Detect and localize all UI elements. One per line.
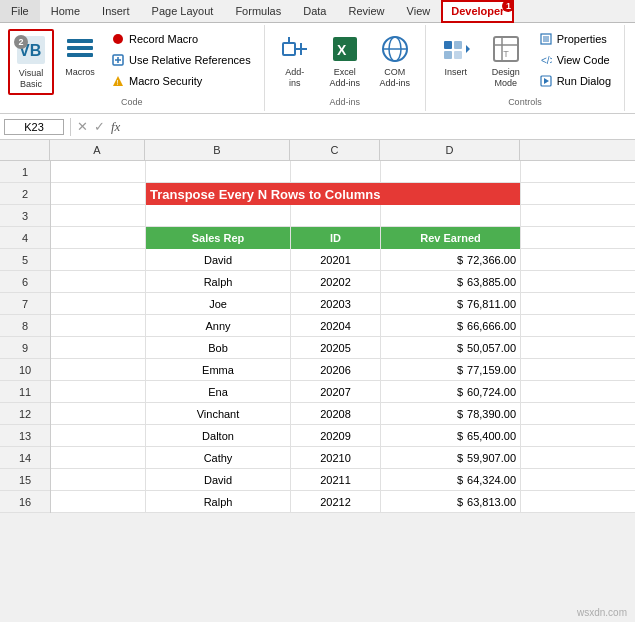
cell-10a[interactable] — [51, 359, 146, 381]
tab-page-layout[interactable]: Page Layout — [141, 0, 225, 22]
design-mode-button[interactable]: T Design Mode — [484, 29, 528, 93]
macro-security-button[interactable]: ! Macro Security — [106, 71, 256, 91]
cell-11d[interactable]: $60,724.00 — [381, 381, 521, 403]
tab-home[interactable]: Home — [40, 0, 91, 22]
tab-formulas[interactable]: Formulas — [224, 0, 292, 22]
excel-addins-button[interactable]: X Excel Add-ins — [323, 29, 367, 93]
col-header-a: A — [50, 140, 145, 160]
cell-5c[interactable]: 20201 — [291, 249, 381, 271]
tab-developer[interactable]: 1 Developer — [441, 0, 514, 23]
cell-3c[interactable] — [291, 205, 381, 227]
cell-15a[interactable] — [51, 469, 146, 491]
insert-button[interactable]: Insert — [434, 29, 478, 82]
cell-12c[interactable]: 20208 — [291, 403, 381, 425]
cell-3b[interactable] — [146, 205, 291, 227]
cell-5d[interactable]: $72,366.00 — [381, 249, 521, 271]
tab-insert[interactable]: Insert — [91, 0, 141, 22]
cell-12b[interactable]: Vinchant — [146, 403, 291, 425]
cell-13d[interactable]: $65,400.00 — [381, 425, 521, 447]
tab-file[interactable]: File — [0, 0, 40, 22]
cell-1b[interactable] — [146, 161, 291, 183]
confirm-formula-icon[interactable]: ✓ — [94, 119, 105, 135]
header-id[interactable]: ID — [291, 227, 381, 249]
cell-16c[interactable]: 20212 — [291, 491, 381, 513]
insert-function-icon[interactable]: fx — [111, 119, 120, 135]
cell-1a[interactable] — [51, 161, 146, 183]
cell-11a[interactable] — [51, 381, 146, 403]
cell-12d[interactable]: $78,390.00 — [381, 403, 521, 425]
cell-9b[interactable]: Bob — [146, 337, 291, 359]
cell-3a[interactable] — [51, 205, 146, 227]
com-icon — [379, 33, 411, 65]
cell-4a[interactable] — [51, 227, 146, 249]
visual-basic-button[interactable]: 2 VB Visual Basic — [8, 29, 54, 95]
cell-7c[interactable]: 20203 — [291, 293, 381, 315]
addins-button[interactable]: Add- ins — [273, 29, 317, 93]
cell-10b[interactable]: Emma — [146, 359, 291, 381]
cell-9d[interactable]: $50,057.00 — [381, 337, 521, 359]
cell-8c[interactable]: 20204 — [291, 315, 381, 337]
tab-data[interactable]: Data — [292, 0, 337, 22]
header-sales-rep[interactable]: Sales Rep — [146, 227, 291, 249]
cell-8a[interactable] — [51, 315, 146, 337]
cell-1c[interactable] — [291, 161, 381, 183]
cell-16a[interactable] — [51, 491, 146, 513]
record-macro-button[interactable]: Record Macro — [106, 29, 256, 49]
insert-label: Insert — [444, 67, 467, 78]
cell-13b[interactable]: Dalton — [146, 425, 291, 447]
cell-10c[interactable]: 20206 — [291, 359, 381, 381]
cell-16d[interactable]: $63,813.00 — [381, 491, 521, 513]
cell-9c[interactable]: 20205 — [291, 337, 381, 359]
cell-12a[interactable] — [51, 403, 146, 425]
view-code-button[interactable]: </> View Code — [534, 50, 616, 70]
controls-group-label: Controls — [508, 95, 542, 107]
cell-1d[interactable] — [381, 161, 521, 183]
macros-button[interactable]: Macros — [58, 29, 102, 82]
cell-7b[interactable]: Joe — [146, 293, 291, 315]
run-dialog-button[interactable]: Run Dialog — [534, 71, 616, 91]
cell-14c[interactable]: 20210 — [291, 447, 381, 469]
cell-13c[interactable]: 20209 — [291, 425, 381, 447]
properties-button[interactable]: Properties — [534, 29, 616, 49]
spreadsheet-title[interactable]: Transpose Every N Rows to Columns — [146, 183, 521, 205]
cell-15d[interactable]: $64,324.00 — [381, 469, 521, 491]
row-num-11: 11 — [0, 381, 50, 403]
cell-8d[interactable]: $66,666.00 — [381, 315, 521, 337]
cell-6b[interactable]: Ralph — [146, 271, 291, 293]
cell-14b[interactable]: Cathy — [146, 447, 291, 469]
header-rev-earned[interactable]: Rev Earned — [381, 227, 521, 249]
cell-5b[interactable]: David — [146, 249, 291, 271]
cell-8b[interactable]: Anny — [146, 315, 291, 337]
cell-16b[interactable]: Ralph — [146, 491, 291, 513]
cell-5a[interactable] — [51, 249, 146, 271]
cell-7d[interactable]: $76,811.00 — [381, 293, 521, 315]
svg-point-5 — [113, 34, 123, 44]
cell-6a[interactable] — [51, 271, 146, 293]
cell-14d[interactable]: $59,907.00 — [381, 447, 521, 469]
cell-13a[interactable] — [51, 425, 146, 447]
cell-11c[interactable]: 20207 — [291, 381, 381, 403]
xml-group: </> Sou... XML — [625, 25, 635, 111]
cell-11b[interactable]: Ena — [146, 381, 291, 403]
cell-14a[interactable] — [51, 447, 146, 469]
formula-input[interactable] — [124, 120, 631, 134]
cell-6c[interactable]: 20202 — [291, 271, 381, 293]
row-num-1: 1 — [0, 161, 50, 183]
cancel-formula-icon[interactable]: ✕ — [77, 119, 88, 135]
com-addins-label: COM Add-ins — [379, 67, 410, 89]
cell-reference-box[interactable] — [4, 119, 64, 135]
tab-view[interactable]: View — [396, 0, 442, 22]
cell-9a[interactable] — [51, 337, 146, 359]
cell-15b[interactable]: David — [146, 469, 291, 491]
cell-6d[interactable]: $63,885.00 — [381, 271, 521, 293]
cell-7a[interactable] — [51, 293, 146, 315]
cell-15c[interactable]: 20211 — [291, 469, 381, 491]
tab-review[interactable]: Review — [337, 0, 395, 22]
svg-rect-4 — [67, 53, 93, 57]
cell-10d[interactable]: $77,159.00 — [381, 359, 521, 381]
cell-2a[interactable] — [51, 183, 146, 205]
excel-icon: X — [329, 33, 361, 65]
com-addins-button[interactable]: COM Add-ins — [373, 29, 417, 93]
cell-3d[interactable] — [381, 205, 521, 227]
use-relative-button[interactable]: Use Relative References — [106, 50, 256, 70]
